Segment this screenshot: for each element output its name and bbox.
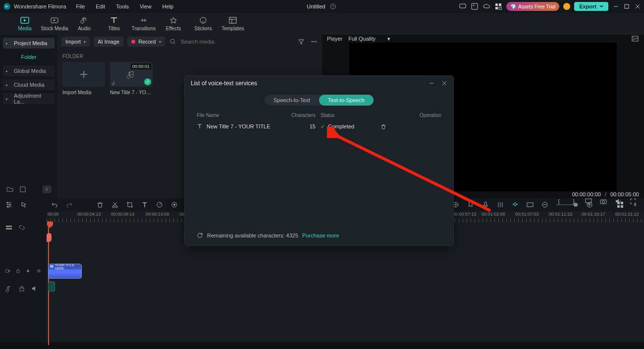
ai-image-button[interactable]: AI Image bbox=[94, 37, 123, 47]
search-icon bbox=[169, 38, 177, 46]
apps-icon[interactable] bbox=[494, 2, 502, 10]
ai-tools-icon[interactable] bbox=[511, 201, 519, 209]
delete-row-icon[interactable] bbox=[380, 123, 441, 130]
sidebar-adjustment[interactable]: ▸Adjustment La... bbox=[3, 93, 54, 104]
tab-titles[interactable]: Titles bbox=[99, 16, 129, 31]
add-track-icon[interactable]: + bbox=[631, 201, 639, 209]
svg-point-31 bbox=[173, 204, 175, 206]
menu-help[interactable]: Help bbox=[158, 1, 179, 11]
check-icon: ✓ bbox=[321, 123, 325, 130]
zoom-in-icon[interactable] bbox=[586, 201, 593, 209]
crop-icon[interactable] bbox=[126, 201, 134, 209]
mixer-icon[interactable] bbox=[496, 201, 504, 209]
time-total: 00:00:05:00 bbox=[610, 191, 639, 197]
tab-effects[interactable]: Effects bbox=[159, 16, 188, 31]
modal-minimize-icon[interactable] bbox=[429, 80, 434, 86]
minimize-icon[interactable] bbox=[612, 3, 619, 10]
cloud-icon[interactable] bbox=[483, 2, 490, 10]
account-icon[interactable] bbox=[563, 3, 570, 10]
tab-audio[interactable]: Audio bbox=[69, 16, 99, 31]
time-current: 00:00:00:00 bbox=[572, 191, 601, 197]
svg-rect-44 bbox=[6, 228, 12, 230]
tab-templates[interactable]: Templates bbox=[218, 16, 248, 31]
sidebar-project-media[interactable]: ▸Project Media bbox=[3, 38, 54, 49]
lock-icon[interactable] bbox=[18, 285, 26, 292]
svg-point-23 bbox=[602, 201, 605, 203]
svg-rect-2 bbox=[460, 4, 466, 8]
tab-stickers[interactable]: Stickers bbox=[188, 16, 218, 31]
render-icon[interactable] bbox=[526, 201, 534, 209]
voiceover-icon[interactable] bbox=[482, 201, 489, 209]
tl-options-icon[interactable] bbox=[5, 201, 13, 209]
collapse-sidebar-icon[interactable] bbox=[43, 185, 52, 193]
snapshot-icon[interactable] bbox=[631, 35, 639, 43]
svg-rect-40 bbox=[621, 202, 623, 204]
modal-close-icon[interactable] bbox=[441, 80, 447, 86]
svg-rect-42 bbox=[621, 205, 623, 208]
video-clip[interactable]: YOUR TITLE HERE bbox=[48, 264, 82, 279]
tab-speech-to-text[interactable]: Speech-to-Text bbox=[265, 95, 319, 106]
table-header: File Name Characters Status Operation bbox=[185, 111, 453, 119]
folder-label: FOLDER bbox=[62, 54, 317, 59]
sidebar-global-media[interactable]: ▸Global Media bbox=[3, 65, 54, 76]
new-bin-icon[interactable] bbox=[19, 185, 27, 193]
screen-icon[interactable] bbox=[459, 2, 467, 10]
voice-text-modal: List of voice-text services Speech-to-Te… bbox=[184, 75, 454, 246]
filter-icon[interactable] bbox=[297, 38, 305, 46]
sidebar-folder[interactable]: Folder bbox=[3, 52, 54, 62]
text-icon[interactable] bbox=[141, 201, 149, 209]
record-dropdown[interactable]: Record▾ bbox=[127, 37, 164, 47]
speed-ramp-icon[interactable] bbox=[156, 201, 163, 209]
svg-point-17 bbox=[314, 41, 315, 42]
audio-clip[interactable] bbox=[48, 282, 55, 291]
tab-stock[interactable]: Stock Media bbox=[40, 16, 69, 31]
sidebar-cloud-media[interactable]: ▸Cloud Media bbox=[3, 79, 54, 90]
svg-rect-13 bbox=[229, 17, 236, 23]
media-card-title[interactable]: 00:00:01 ✓ New Title 7 - YOUR TI... bbox=[110, 62, 153, 95]
menu-view[interactable]: View bbox=[135, 1, 157, 11]
camera-icon[interactable] bbox=[599, 197, 607, 205]
tab-text-to-speech[interactable]: Text-to-Speech bbox=[319, 95, 374, 106]
import-media-card[interactable]: Import Media bbox=[62, 62, 105, 95]
trial-pill[interactable]: 💎 Assets Free Trial bbox=[506, 2, 559, 11]
search-input[interactable] bbox=[180, 38, 249, 45]
redo-icon[interactable] bbox=[65, 201, 73, 209]
undo-icon[interactable] bbox=[51, 201, 58, 209]
import-dropdown[interactable]: Import▾ bbox=[61, 37, 90, 47]
zoom-slider[interactable] bbox=[556, 204, 579, 205]
link-icon[interactable] bbox=[18, 224, 26, 232]
tab-transitions[interactable]: Transitions bbox=[129, 16, 159, 31]
svg-rect-45 bbox=[5, 269, 8, 272]
new-folder-icon[interactable] bbox=[6, 185, 14, 193]
more-icon[interactable] bbox=[310, 38, 318, 46]
char-count: 15 bbox=[291, 123, 321, 129]
eye-icon[interactable] bbox=[36, 267, 42, 275]
lock-icon[interactable] bbox=[15, 267, 21, 275]
image-icon[interactable] bbox=[471, 2, 479, 10]
color-icon[interactable] bbox=[170, 201, 178, 209]
grid-icon[interactable] bbox=[616, 201, 624, 209]
mute-icon[interactable] bbox=[31, 285, 39, 292]
pointer-icon[interactable] bbox=[20, 201, 28, 209]
history-icon[interactable] bbox=[329, 2, 337, 10]
maximize-icon[interactable] bbox=[623, 3, 630, 10]
purchase-more-link[interactable]: Purchase more bbox=[302, 233, 339, 238]
zoom-out-icon[interactable] bbox=[541, 201, 549, 209]
titlebar: Wondershare Filmora File Edit Tools View… bbox=[0, 0, 644, 13]
export-button[interactable]: Export bbox=[574, 2, 608, 11]
menu-file[interactable]: File bbox=[71, 1, 90, 11]
refresh-icon[interactable] bbox=[197, 232, 203, 238]
close-icon[interactable] bbox=[634, 3, 641, 10]
marker-icon[interactable] bbox=[467, 201, 475, 209]
track-manage-icon[interactable] bbox=[5, 224, 13, 232]
quality-dropdown[interactable]: Full Quality▾ bbox=[348, 36, 390, 42]
cut-icon[interactable] bbox=[111, 201, 119, 209]
svg-rect-49 bbox=[50, 265, 54, 268]
menu-tools[interactable]: Tools bbox=[111, 1, 134, 11]
delete-icon[interactable] bbox=[96, 201, 104, 209]
tab-media[interactable]: Media bbox=[10, 16, 40, 31]
svg-rect-7 bbox=[495, 7, 498, 9]
mute-icon[interactable] bbox=[26, 267, 31, 275]
menu-edit[interactable]: Edit bbox=[91, 1, 110, 11]
svg-rect-6 bbox=[499, 3, 501, 6]
